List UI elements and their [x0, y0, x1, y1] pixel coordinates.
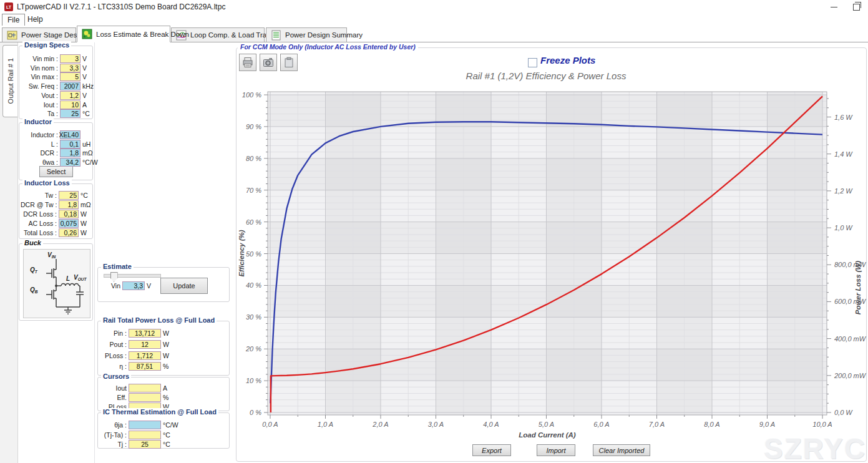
- clear-imported-button[interactable]: Clear Imported: [593, 444, 650, 456]
- ta-label: Ta :: [21, 110, 58, 117]
- vin-slider-track[interactable]: [104, 274, 161, 278]
- copy-image-button[interactable]: [260, 54, 277, 71]
- menu-help[interactable]: Help: [22, 14, 48, 25]
- vin-min-unit: V: [82, 55, 87, 62]
- dcr-loss-label: DCR Loss :: [21, 210, 57, 218]
- tw-field[interactable]: 25: [59, 191, 79, 200]
- save-plot-button[interactable]: [280, 54, 298, 71]
- tab-label: Power Design Summary: [285, 31, 363, 39]
- vout-unit: V: [82, 92, 87, 99]
- tj-label: Tj :: [99, 441, 127, 448]
- design-specs-group: Design Specs Vin min :3VVin nom :3,3VVin…: [19, 46, 93, 119]
- ta-unit: °C: [82, 110, 90, 117]
- l-field[interactable]: 0,1: [60, 140, 80, 149]
- group-title: Estimate: [101, 263, 134, 270]
- minimize-button[interactable]: [824, 0, 843, 14]
- spec-row: Total Loss :0,26W: [21, 228, 91, 237]
- wa-field[interactable]: 34,2: [60, 158, 80, 167]
- update-button[interactable]: Update: [160, 278, 208, 294]
- l-label: L :: [21, 140, 58, 148]
- iout-field[interactable]: 10: [60, 100, 80, 109]
- group-title: IC Thermal Estimation @ Full Load: [101, 408, 218, 416]
- ac-loss-field[interactable]: 0,075: [59, 219, 79, 228]
- tj-field[interactable]: 25: [129, 440, 161, 449]
- vin-max-field[interactable]: 5: [60, 72, 80, 81]
- tab-power-design-summary[interactable]: Power Design Summary: [266, 27, 347, 42]
- select-inductor-button[interactable]: Select: [39, 166, 73, 177]
- pout-unit: W: [163, 341, 169, 348]
- sw-freq-field[interactable]: 2007: [60, 82, 80, 90]
- export-button[interactable]: Export: [472, 444, 511, 456]
- total-loss-unit: W: [80, 229, 87, 236]
- tab-power-stage-design[interactable]: Power Stage Design: [2, 27, 76, 42]
- qt-label: QT: [30, 266, 38, 274]
- vin-nom-label: Vin nom :: [21, 64, 58, 72]
- inductor-field[interactable]: XEL40: [60, 130, 80, 139]
- dcr-loss-field[interactable]: 0,18: [59, 210, 79, 218]
- restore-button[interactable]: [847, 0, 866, 14]
- spec-row: PLoss :1,712W: [99, 351, 228, 360]
- spec-row: Vin min :3V: [21, 54, 91, 63]
- inductor-loss-group: Inductor Loss Tw :25°CDCR @ Tw :1,8mΩDCR…: [19, 183, 93, 239]
- vin-label: Vin: [99, 282, 120, 290]
- inductor-label: Inductor :: [21, 131, 58, 139]
- vin-min-field[interactable]: 3: [60, 54, 80, 63]
- freeze-plots-checkbox[interactable]: [528, 58, 537, 67]
- group-title: Inductor Loss: [22, 179, 72, 187]
- minimize-icon: [831, 7, 837, 7]
- tw-label: Tw :: [21, 192, 57, 199]
- pin-field[interactable]: 13,712: [129, 329, 161, 338]
- spec-row: Iout :10A: [21, 100, 91, 109]
- ja-label: θja :: [99, 421, 127, 429]
- estimate-group: Estimate Vin 3,3 V Update: [97, 267, 230, 302]
- iout-field[interactable]: [129, 384, 161, 392]
- eff-label: Eff.: [99, 394, 127, 401]
- eff-field[interactable]: [129, 393, 161, 402]
- ac-loss-unit: W: [80, 220, 87, 227]
- group-title: Cursors: [101, 373, 131, 380]
- pout-field[interactable]: 12: [129, 340, 161, 349]
- dcr-tw-label: DCR @ Tw :: [21, 201, 57, 208]
- tj-ta-field[interactable]: [129, 431, 161, 439]
- dcr-label: DCR :: [21, 149, 58, 157]
- tab-loss-estimate[interactable]: Loss Estimate & Break Down: [77, 26, 170, 42]
- tab-output-rail-1[interactable]: Output Rail # 1: [2, 45, 17, 117]
- vin-max-unit: V: [82, 73, 87, 80]
- vin-estimate-field[interactable]: 3,3: [122, 281, 145, 290]
- import-button[interactable]: Import: [537, 444, 575, 456]
- ta-field[interactable]: 25: [60, 109, 80, 118]
- ploss-field[interactable]: 1,712: [129, 351, 161, 360]
- wa-label: θwa :: [21, 158, 58, 166]
- dcr-field[interactable]: 1,8: [60, 149, 80, 157]
- total-loss-label: Total Loss :: [21, 229, 57, 236]
- group-title: Inductor: [22, 118, 54, 125]
- cursors-group: Cursors IoutAEff.%PLossW: [97, 377, 230, 411]
- tj-ta-label: (Tj-Ta) :: [99, 431, 127, 439]
- menu-file[interactable]: File: [2, 14, 25, 26]
- vin-slider-thumb[interactable]: [110, 272, 118, 282]
- print-icon: [241, 56, 254, 69]
- spec-row: Tw :25°C: [21, 191, 91, 200]
- print-button[interactable]: [239, 54, 256, 71]
- camera-icon: [262, 56, 275, 69]
- vin-max-label: Vin max :: [21, 73, 58, 80]
- spec-row: (Tj-Ta) :°C: [99, 431, 228, 439]
- vin-label: VIN: [47, 251, 56, 259]
- ja-field[interactable]: [129, 421, 161, 429]
- vout-field[interactable]: 1,2: [60, 91, 80, 100]
- summary-icon: [271, 30, 281, 41]
- freeze-plots-label: Freeze Plots: [540, 55, 595, 66]
- panel-divider: [94, 42, 95, 463]
- dcr-tw-field[interactable]: 1,8: [59, 200, 79, 209]
- spec-row: AC Loss :0,075W: [21, 219, 91, 228]
- tab-bar: Power Stage Design Loss Estimate & Break…: [0, 26, 868, 42]
- vin-nom-field[interactable]: 3,3: [60, 64, 80, 72]
- total-loss-field[interactable]: 0,26: [59, 228, 79, 237]
- dcr-loss-unit: W: [80, 210, 87, 218]
- sw-freq-unit: kHz: [82, 82, 94, 90]
- save-icon: [283, 56, 295, 69]
- ac-loss-label: AC Loss :: [21, 220, 57, 227]
- spec-row: Vout :1,2V: [21, 91, 91, 100]
- field-field[interactable]: 87,51: [129, 362, 161, 371]
- wa-unit: °C/W: [82, 158, 98, 166]
